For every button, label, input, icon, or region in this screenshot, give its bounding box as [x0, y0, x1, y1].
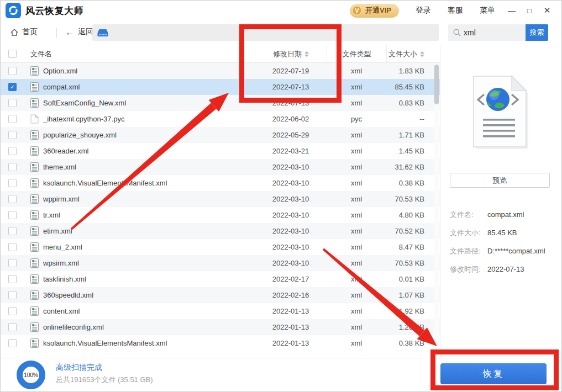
file-name: onlinefileconfig.xml — [43, 323, 104, 331]
row-checkbox[interactable] — [8, 211, 17, 219]
table-row[interactable]: taskfinish.xml2022-02-17xml0.01 KB — [1, 271, 440, 287]
file-table: 文件名 修改日期 文件类型 文件大小 Option.xml2022-07-19x… — [1, 45, 440, 358]
xml-file-icon — [30, 338, 39, 348]
menu-button[interactable]: 菜单 — [480, 6, 495, 15]
table-row[interactable]: SoftExamConfig_New.xml2022-07-13xml0.83 … — [1, 95, 440, 111]
login-button[interactable]: 登录 — [416, 6, 431, 15]
file-info: 文件名: compat.xml 文件大小: 85.45 KB 文件路径: D:*… — [450, 209, 557, 282]
row-checkbox[interactable] — [8, 291, 17, 299]
row-checkbox[interactable] — [8, 67, 17, 75]
app-logo-icon — [6, 3, 21, 18]
scan-status-text: 高级扫描完成 — [56, 363, 102, 373]
row-checkbox[interactable] — [8, 259, 17, 267]
row-checkbox[interactable] — [8, 115, 17, 123]
table-row[interactable]: _ihatexml.cpython-37.pyc2022-06-02pyc-- — [1, 111, 440, 127]
vip-button-label: 开通VIP — [365, 6, 391, 15]
select-all-checkbox[interactable] — [8, 50, 17, 58]
xml-file-icon — [30, 178, 39, 188]
info-label-filesize: 文件大小: — [450, 227, 487, 238]
file-name-cell: theme.xml — [25, 162, 255, 172]
file-type: xml — [327, 275, 386, 283]
file-modified-date: 2022-01-13 — [255, 307, 327, 315]
row-checkbox[interactable] — [8, 163, 17, 171]
table-row[interactable]: ksolaunch.VisualElementsManifest.xml2022… — [1, 175, 440, 191]
column-header-name[interactable]: 文件名 — [25, 49, 255, 59]
search-button[interactable]: 搜索 — [526, 24, 548, 41]
toolbar-divider — [56, 28, 57, 38]
minimize-button[interactable]: — — [503, 2, 521, 19]
file-name: 360speedld.xml — [43, 291, 93, 299]
breadcrumb[interactable] — [92, 24, 439, 41]
row-checkbox[interactable] — [8, 131, 17, 139]
file-name: tr.xml — [43, 211, 60, 219]
table-row[interactable]: onlinefileconfig.xml2022-01-13xml1.26 KB — [1, 319, 440, 335]
file-size: 4.80 KB — [386, 211, 440, 219]
file-name: 360reader.xml — [43, 147, 88, 155]
file-size: 70.52 KB — [386, 227, 440, 235]
toolbar: 首页 ← 返回 xml 搜索 — [1, 20, 561, 46]
table-row[interactable]: menu_2.xml2022-03-10xml8.47 KB — [1, 239, 440, 255]
table-row[interactable]: 360reader.xml2022-03-21xml1.45 KB — [1, 143, 440, 159]
row-checkbox[interactable] — [8, 323, 17, 331]
sort-icon-date[interactable] — [304, 51, 309, 57]
file-name-cell: compat.xml — [25, 82, 255, 92]
table-row[interactable]: popularize_shouye.xml2022-05-29xml1.71 K… — [1, 127, 440, 143]
table-row[interactable]: ksolaunch.VisualElementsManifest.xml2022… — [1, 335, 440, 351]
table-row[interactable]: content.xml2022-01-13xml1.92 KB — [1, 303, 440, 319]
scan-summary-text: 总共191653个文件 (35.51 GB) — [56, 375, 153, 385]
title-bar: 风云恢复大师 V 开通VIP 登录 客服 菜单 — □ ✕ — [1, 1, 561, 20]
table-row[interactable]: tr.xml2022-03-10xml4.80 KB — [1, 207, 440, 223]
table-row[interactable]: wppirm.xml2022-03-10xml70.53 KB — [1, 191, 440, 207]
row-checkbox[interactable] — [8, 227, 17, 235]
row-checkbox[interactable] — [8, 179, 17, 187]
checkbox-cell — [1, 211, 25, 219]
row-checkbox[interactable] — [8, 147, 17, 155]
file-type: xml — [327, 67, 386, 75]
file-size: 8.47 KB — [386, 243, 440, 251]
open-vip-button[interactable]: V 开通VIP — [350, 4, 399, 18]
back-arrow-icon: ← — [65, 28, 75, 37]
file-size: 70.53 KB — [386, 195, 440, 203]
column-header-size[interactable]: 文件大小 — [386, 45, 440, 62]
progress-ring: 100% — [17, 361, 45, 389]
row-checkbox[interactable] — [8, 243, 17, 251]
search-input[interactable]: xml — [448, 24, 526, 41]
row-checkbox[interactable] — [8, 99, 17, 107]
support-button[interactable]: 客服 — [448, 6, 463, 15]
file-name: menu_2.xml — [43, 243, 82, 251]
table-row[interactable]: wpsirm.xml2022-03-10xml70.53 KB — [1, 255, 440, 271]
file-size: 1.07 KB — [386, 291, 440, 299]
checkbox-cell — [1, 195, 25, 203]
file-modified-date: 2022-03-10 — [255, 227, 327, 235]
row-checkbox[interactable] — [8, 307, 17, 315]
preview-button[interactable]: 预览 — [450, 173, 550, 188]
row-checkbox[interactable]: ✓ — [8, 83, 17, 91]
table-row[interactable]: etirm.xml2022-03-10xml70.52 KB — [1, 223, 440, 239]
file-name: _ihatexml.cpython-37.pyc — [43, 115, 124, 123]
row-checkbox[interactable] — [8, 195, 17, 203]
scrollbar-thumb[interactable] — [434, 65, 439, 104]
file-type: xml — [327, 163, 386, 171]
row-checkbox[interactable] — [8, 339, 17, 347]
xml-file-icon — [30, 322, 39, 332]
checkbox-cell — [1, 291, 25, 299]
home-button[interactable]: 首页 — [10, 27, 38, 37]
table-row[interactable]: theme.xml2022-03-10xml31.62 KB — [1, 159, 440, 175]
file-list: Option.xml2022-07-19xml1.83 KB✓compat.xm… — [1, 63, 440, 351]
recover-button[interactable]: 恢复 — [440, 363, 547, 384]
back-button[interactable]: ← 返回 — [65, 27, 93, 37]
table-row[interactable]: Option.xml2022-07-19xml1.83 KB — [1, 63, 440, 79]
sort-icon-size[interactable] — [420, 51, 424, 57]
file-name-cell: tr.xml — [25, 210, 255, 220]
table-row[interactable]: 360speedld.xml2022-02-16xml1.07 KB — [1, 287, 440, 303]
checkbox-cell — [1, 339, 25, 347]
column-header-date[interactable]: 修改日期 — [255, 45, 327, 62]
close-button[interactable]: ✕ — [538, 2, 556, 19]
table-scrollbar[interactable] — [434, 63, 439, 349]
row-checkbox[interactable] — [8, 275, 17, 283]
maximize-button[interactable]: □ — [521, 2, 538, 19]
file-type: xml — [327, 99, 386, 107]
column-header-type[interactable]: 文件类型 — [327, 45, 386, 62]
table-row[interactable]: ✓compat.xml2022-07-13xml85.45 KB — [1, 79, 440, 95]
file-size: 0.01 KB — [386, 275, 440, 283]
